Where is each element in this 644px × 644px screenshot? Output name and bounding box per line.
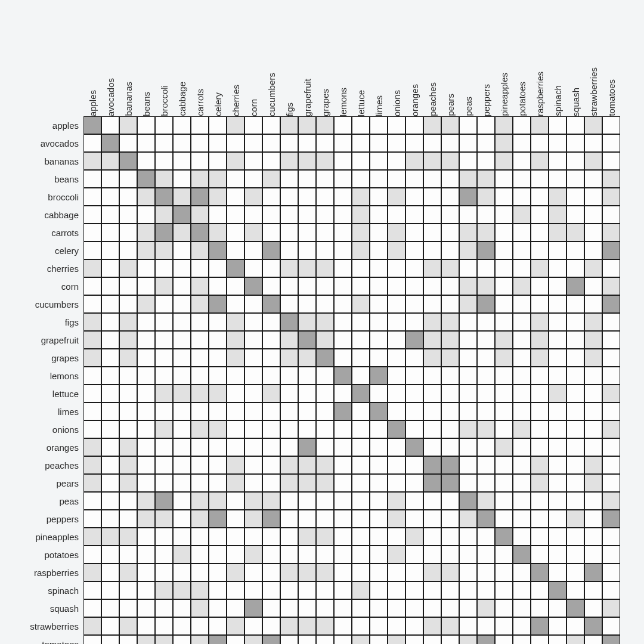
heatmap-cell (423, 152, 441, 170)
heatmap-cell (495, 206, 513, 224)
heatmap-cell (584, 349, 602, 367)
heatmap-cell (405, 438, 423, 456)
heatmap-cell (316, 438, 334, 456)
heatmap-cell (280, 456, 298, 474)
heatmap-cell (191, 152, 209, 170)
heatmap-cell (405, 402, 423, 420)
heatmap-cell (191, 134, 209, 152)
heatmap-cell (513, 564, 531, 581)
heatmap-cell (298, 564, 316, 581)
heatmap-cell (173, 367, 191, 385)
heatmap-cell (101, 599, 119, 617)
heatmap-cell (173, 313, 191, 331)
column-label: broccoli (155, 21, 173, 116)
heatmap-cell (566, 617, 584, 635)
heatmap-cell (405, 474, 423, 492)
heatmap-cell (209, 420, 227, 438)
heatmap-cell (173, 402, 191, 420)
heatmap-cell (209, 474, 227, 492)
heatmap-cell (298, 170, 316, 188)
heatmap-cell (83, 206, 101, 224)
row-label: lemons (6, 367, 83, 385)
heatmap-cell (209, 528, 227, 546)
heatmap-cell (584, 617, 602, 635)
heatmap-cell (495, 546, 513, 564)
heatmap-cell (477, 170, 495, 188)
heatmap-cell (191, 510, 209, 528)
heatmap-cell (459, 277, 477, 295)
heatmap-cell (441, 635, 459, 644)
heatmap-cell (227, 259, 244, 277)
row-label: peppers (6, 510, 83, 528)
heatmap-cell (155, 385, 173, 402)
heatmap-cell (244, 635, 262, 644)
heatmap-cell (370, 188, 388, 206)
heatmap-cell (566, 349, 584, 367)
heatmap-cell (262, 313, 280, 331)
heatmap-cell (531, 349, 549, 367)
heatmap-cell (549, 492, 566, 510)
heatmap-cell (495, 349, 513, 367)
heatmap-cell (262, 242, 280, 259)
heatmap-cell (155, 259, 173, 277)
heatmap-cell (370, 116, 388, 134)
heatmap-cell (316, 224, 334, 242)
row-label: pears (6, 474, 83, 492)
row-label: cabbage (6, 206, 83, 224)
heatmap-cell (227, 510, 244, 528)
heatmap-cell (298, 134, 316, 152)
heatmap-cell (477, 456, 495, 474)
heatmap-cell (388, 188, 405, 206)
heatmap-cell (83, 528, 101, 546)
heatmap-cell (513, 170, 531, 188)
heatmap-cell (441, 134, 459, 152)
heatmap-cell (155, 599, 173, 617)
heatmap-cell (137, 259, 155, 277)
heatmap-cell (566, 152, 584, 170)
heatmap-cell (209, 295, 227, 313)
column-label: cucumbers (262, 21, 280, 116)
heatmap-cell (459, 152, 477, 170)
heatmap-cell (531, 617, 549, 635)
heatmap-cell (227, 492, 244, 510)
heatmap-cell (101, 134, 119, 152)
heatmap-cell (405, 277, 423, 295)
heatmap-cell (191, 331, 209, 349)
heatmap-cell (602, 599, 620, 617)
heatmap-cell (101, 492, 119, 510)
heatmap-cell (155, 528, 173, 546)
heatmap-cell (370, 635, 388, 644)
heatmap-cell (244, 456, 262, 474)
heatmap-cell (83, 581, 101, 599)
heatmap-cell (423, 367, 441, 385)
row-label: figs (6, 313, 83, 331)
heatmap-cell (119, 152, 137, 170)
heatmap-cell (83, 420, 101, 438)
heatmap-cell (101, 331, 119, 349)
heatmap-cell (101, 224, 119, 242)
heatmap-cell (370, 456, 388, 474)
heatmap-cell (352, 510, 370, 528)
heatmap-cell (602, 295, 620, 313)
heatmap-cell (262, 134, 280, 152)
heatmap-cell (298, 116, 316, 134)
heatmap-cell (459, 510, 477, 528)
heatmap-cell (584, 474, 602, 492)
heatmap-cell (477, 349, 495, 367)
heatmap-cell (441, 617, 459, 635)
heatmap-cell (495, 438, 513, 456)
heatmap-cell (584, 420, 602, 438)
heatmap-cell (352, 438, 370, 456)
heatmap-cell (602, 116, 620, 134)
heatmap-cell (316, 510, 334, 528)
heatmap-cell (405, 581, 423, 599)
heatmap-cell (119, 259, 137, 277)
heatmap-cell (566, 277, 584, 295)
heatmap-cell (298, 474, 316, 492)
heatmap-cell (441, 116, 459, 134)
heatmap-cell (477, 313, 495, 331)
heatmap-cell (101, 510, 119, 528)
heatmap-cell (173, 259, 191, 277)
heatmap-cell (584, 581, 602, 599)
heatmap-cell (101, 564, 119, 581)
